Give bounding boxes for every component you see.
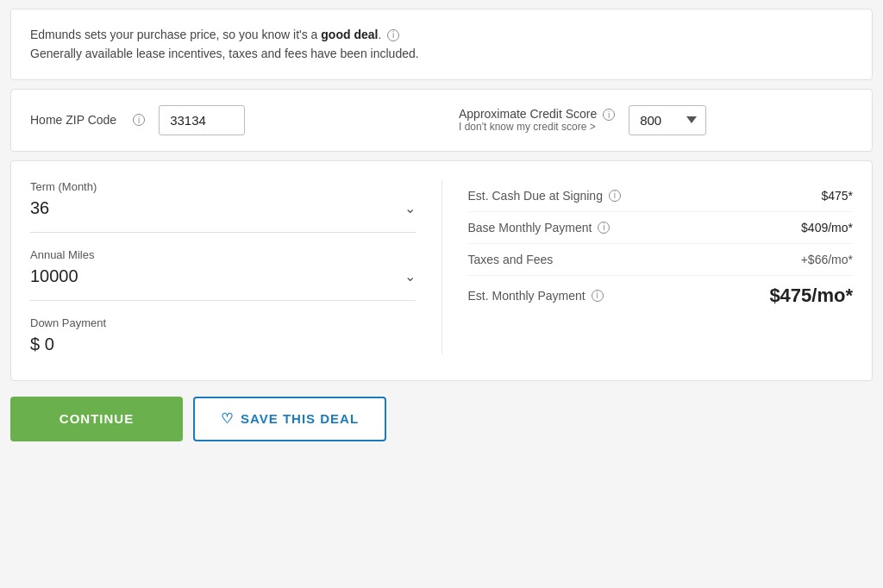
credit-section: Approximate Credit Score i I don't know … — [424, 105, 853, 135]
est-monthly-info-icon[interactable]: i — [592, 290, 604, 302]
base-monthly-label: Base Monthly Payment i — [468, 221, 611, 235]
credit-score-link[interactable]: I don't know my credit score > — [459, 121, 615, 133]
zip-info-icon[interactable]: i — [133, 114, 145, 126]
base-monthly-value: $409/mo* — [801, 221, 853, 235]
term-label: Term (Month) — [30, 180, 416, 193]
miles-label: Annual Miles — [30, 248, 416, 261]
down-payment-label: Down Payment — [30, 316, 416, 329]
zip-input[interactable] — [159, 105, 245, 135]
zip-section: Home ZIP Code i — [30, 105, 424, 135]
save-deal-label: SAVE THIS DEAL — [241, 411, 359, 426]
credit-label-group: Approximate Credit Score i I don't know … — [459, 107, 615, 133]
est-monthly-label: Est. Monthly Payment i — [468, 289, 604, 303]
button-row: CONTINUE ♡ SAVE THIS DEAL — [10, 383, 873, 455]
page-wrapper: Edmunds sets your purchase price, so you… — [0, 0, 883, 588]
save-deal-button[interactable]: ♡ SAVE THIS DEAL — [193, 397, 386, 441]
miles-value: 10000 — [30, 266, 78, 286]
term-value: 36 — [30, 198, 49, 218]
est-monthly-row: Est. Monthly Payment i $475/mo* — [468, 276, 854, 316]
zip-label: Home ZIP Code — [30, 113, 116, 127]
info-text-3: Generally available lease incentives, ta… — [30, 47, 419, 60]
base-monthly-row: Base Monthly Payment i $409/mo* — [468, 212, 854, 244]
cash-due-value: $475* — [821, 189, 853, 203]
lease-section: Term (Month) 36 ⌄ Annual Miles 10000 ⌄ D… — [10, 160, 873, 381]
miles-field-group: Annual Miles 10000 ⌄ — [30, 248, 416, 301]
cash-due-row: Est. Cash Due at Signing i $475* — [468, 180, 854, 212]
info-banner: Edmunds sets your purchase price, so you… — [10, 9, 873, 80]
info-text-2: . — [378, 28, 381, 41]
cash-due-info-icon[interactable]: i — [609, 190, 621, 202]
term-field-group: Term (Month) 36 ⌄ — [30, 180, 416, 233]
term-chevron-icon[interactable]: ⌄ — [404, 200, 416, 216]
taxes-fees-value: +$66/mo* — [801, 253, 853, 266]
heart-icon: ♡ — [221, 410, 234, 427]
info-text-1: Edmunds sets your purchase price, so you… — [30, 28, 321, 41]
taxes-fees-label: Taxes and Fees — [468, 253, 554, 266]
miles-chevron-icon[interactable]: ⌄ — [404, 268, 416, 285]
info-icon-1[interactable]: i — [387, 29, 399, 41]
credit-score-select[interactable]: 800 750 700 650 — [629, 105, 706, 135]
lease-right: Est. Cash Due at Signing i $475* Base Mo… — [442, 180, 854, 354]
taxes-fees-row: Taxes and Fees +$66/mo* — [468, 244, 854, 276]
continue-button[interactable]: CONTINUE — [10, 397, 183, 441]
zip-credit-row: Home ZIP Code i Approximate Credit Score… — [10, 89, 873, 152]
cash-due-label: Est. Cash Due at Signing i — [468, 189, 621, 203]
lease-left: Term (Month) 36 ⌄ Annual Miles 10000 ⌄ D… — [30, 180, 442, 354]
term-value-row: 36 ⌄ — [30, 198, 416, 218]
est-monthly-value: $475/mo* — [769, 285, 853, 307]
credit-label: Approximate Credit Score i — [459, 107, 615, 121]
down-payment-group: Down Payment $ 0 — [30, 316, 416, 354]
info-good-deal: good deal — [321, 28, 378, 41]
credit-info-icon[interactable]: i — [603, 109, 615, 121]
down-payment-value: $ 0 — [30, 335, 416, 354]
miles-value-row: 10000 ⌄ — [30, 266, 416, 286]
base-monthly-info-icon[interactable]: i — [598, 222, 610, 234]
